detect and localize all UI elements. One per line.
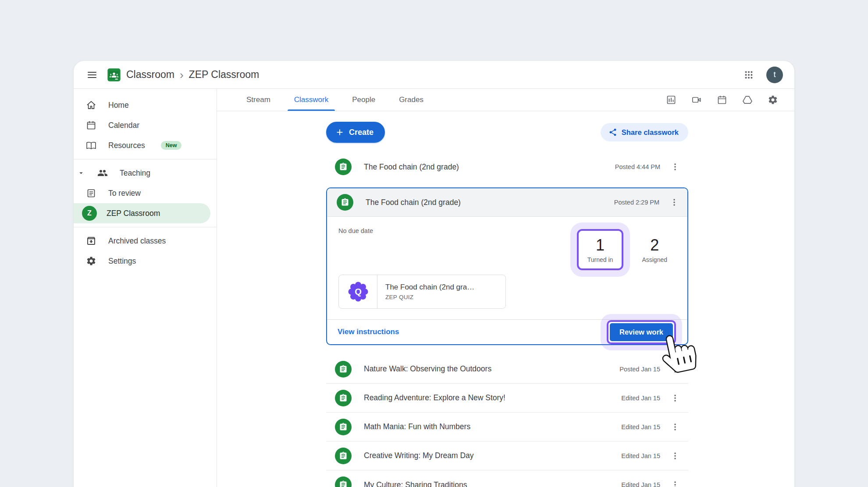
gradebook-button[interactable] bbox=[663, 92, 679, 108]
drive-icon bbox=[742, 95, 753, 105]
sidebar-divider bbox=[74, 227, 217, 227]
kebab-menu-icon bbox=[670, 451, 680, 461]
sidebar-item-calendar[interactable]: Calendar bbox=[74, 115, 210, 135]
sidebar-item-home[interactable]: Home bbox=[74, 95, 210, 115]
more-options-button[interactable] bbox=[666, 158, 684, 176]
tab-people[interactable]: People bbox=[340, 89, 387, 111]
account-avatar[interactable]: t bbox=[766, 67, 783, 83]
classroom-window: Classroom › ZEP Classroom t Home bbox=[74, 61, 794, 487]
gear-icon bbox=[768, 95, 778, 105]
sidebar: Home Calendar Resources New bbox=[74, 89, 217, 487]
assignment-meta: Edited Jan 15 bbox=[621, 452, 660, 459]
assignment-icon bbox=[337, 194, 353, 211]
drive-button[interactable] bbox=[739, 92, 756, 108]
sidebar-divider bbox=[74, 159, 217, 159]
svg-text:Q: Q bbox=[355, 287, 362, 296]
breadcrumb-class-name: ZEP Classroom bbox=[189, 69, 260, 81]
tab-grades[interactable]: Grades bbox=[387, 89, 435, 111]
assignment-title: The Food chain (2nd grade) bbox=[364, 162, 459, 172]
assignment-row[interactable]: Reading Adventure: Explore a New Story! … bbox=[326, 384, 688, 413]
assignment-row[interactable]: Math Mania: Fun with Numbers Edited Jan … bbox=[326, 413, 688, 441]
assignment-row[interactable]: The Food chain (2nd grade) Posted 4:44 P… bbox=[326, 152, 688, 181]
main-menu-button[interactable] bbox=[82, 65, 102, 85]
sidebar-item-zep-classroom[interactable]: Z ZEP Classroom bbox=[74, 203, 210, 223]
create-button-label: Create bbox=[349, 128, 374, 137]
more-options-button[interactable] bbox=[666, 389, 684, 407]
assignment-title: The Food chain (2nd grade) bbox=[366, 198, 461, 207]
submission-stats: 1 Turned in 2 Assigned bbox=[577, 229, 667, 270]
attachment-card[interactable]: Q The Food chain (2nd gra… ZEP QUIZ bbox=[338, 275, 506, 309]
more-options-button[interactable] bbox=[666, 476, 684, 487]
sidebar-item-label: Calendar bbox=[108, 121, 139, 130]
attachment-title: The Food chain (2nd gra… bbox=[385, 283, 474, 292]
sidebar-item-to-review[interactable]: To review bbox=[74, 183, 210, 203]
classroom-logo-icon[interactable] bbox=[107, 68, 121, 82]
share-button-label: Share classwork bbox=[622, 128, 679, 137]
hamburger-icon bbox=[87, 70, 97, 80]
assignment-icon bbox=[335, 448, 352, 464]
meet-button[interactable] bbox=[688, 92, 705, 108]
kebab-menu-icon bbox=[669, 198, 679, 207]
book-icon bbox=[85, 140, 97, 151]
apps-grid-button[interactable] bbox=[739, 65, 758, 85]
share-classwork-button[interactable]: Share classwork bbox=[601, 123, 688, 141]
plus-icon bbox=[335, 127, 345, 137]
topbar: Classroom › ZEP Classroom t bbox=[74, 61, 794, 89]
sidebar-item-archived-classes[interactable]: Archived classes bbox=[74, 231, 210, 251]
create-button[interactable]: Create bbox=[326, 122, 385, 143]
calendar-button[interactable] bbox=[714, 92, 730, 108]
chart-icon bbox=[666, 95, 676, 105]
caret-down-icon[interactable] bbox=[77, 169, 85, 177]
assigned-label: Assigned bbox=[642, 256, 667, 263]
assignment-title: Math Mania: Fun with Numbers bbox=[364, 422, 470, 431]
assignment-icon bbox=[335, 159, 352, 175]
tab-label: People bbox=[352, 95, 375, 104]
assignment-meta: Edited Jan 15 bbox=[621, 481, 660, 487]
assignment-icon bbox=[335, 361, 352, 378]
turned-in-label: Turned in bbox=[587, 256, 613, 263]
sidebar-item-teaching[interactable]: Teaching bbox=[74, 163, 210, 183]
breadcrumb-chevron-icon: › bbox=[180, 69, 184, 81]
more-options-button[interactable] bbox=[665, 194, 683, 211]
sidebar-item-settings[interactable]: Settings bbox=[74, 251, 210, 271]
sidebar-item-label: To review bbox=[108, 189, 141, 198]
sidebar-item-resources[interactable]: Resources New bbox=[74, 135, 210, 155]
clipboard-list-icon bbox=[85, 188, 97, 198]
kebab-menu-icon bbox=[670, 422, 680, 432]
apps-grid-icon bbox=[744, 70, 754, 80]
tab-bar: Stream Classwork People Grades bbox=[217, 89, 794, 111]
settings-button[interactable] bbox=[765, 92, 781, 108]
view-instructions-link[interactable]: View instructions bbox=[338, 328, 399, 336]
expanded-assignment-header[interactable]: The Food chain (2nd grade) Posted 2:29 P… bbox=[327, 188, 687, 217]
more-options-button[interactable] bbox=[666, 447, 684, 465]
sidebar-item-label: Home bbox=[108, 101, 129, 110]
assignment-row[interactable]: Creative Writing: My Dream Day Edited Ja… bbox=[326, 441, 688, 470]
class-avatar: Z bbox=[82, 206, 97, 221]
calendar-icon bbox=[85, 120, 97, 131]
turned-in-stat-highlight: 1 Turned in bbox=[577, 229, 624, 270]
share-icon bbox=[608, 128, 617, 137]
people-icon bbox=[97, 168, 108, 178]
brand-link[interactable]: Classroom bbox=[126, 69, 174, 81]
video-camera-icon bbox=[691, 95, 702, 105]
kebab-menu-icon bbox=[670, 480, 680, 487]
sidebar-item-label: Resources bbox=[108, 141, 145, 150]
sidebar-item-label: Settings bbox=[108, 257, 136, 266]
topbar-actions: t bbox=[739, 65, 783, 85]
main-area: Stream Classwork People Grades bbox=[217, 89, 794, 487]
assignment-icon bbox=[335, 390, 352, 406]
assignment-row[interactable]: My Culture: Sharing Traditions Edited Ja… bbox=[326, 470, 688, 487]
gear-icon bbox=[85, 256, 97, 266]
new-badge: New bbox=[161, 141, 182, 150]
assignment-meta: Edited Jan 15 bbox=[621, 423, 660, 431]
tab-stream[interactable]: Stream bbox=[235, 89, 282, 111]
assignment-icon bbox=[335, 419, 352, 435]
turned-in-count: 1 bbox=[587, 236, 613, 254]
assignment-row[interactable]: Nature Walk: Observing the Outdoors Post… bbox=[326, 355, 688, 384]
archive-icon bbox=[85, 236, 97, 246]
tab-classwork[interactable]: Classwork bbox=[282, 89, 340, 111]
more-options-button[interactable] bbox=[666, 418, 684, 436]
sidebar-item-label: Archived classes bbox=[108, 236, 166, 246]
expanded-assignment-card: The Food chain (2nd grade) Posted 2:29 P… bbox=[326, 187, 688, 345]
kebab-menu-icon bbox=[670, 162, 680, 172]
